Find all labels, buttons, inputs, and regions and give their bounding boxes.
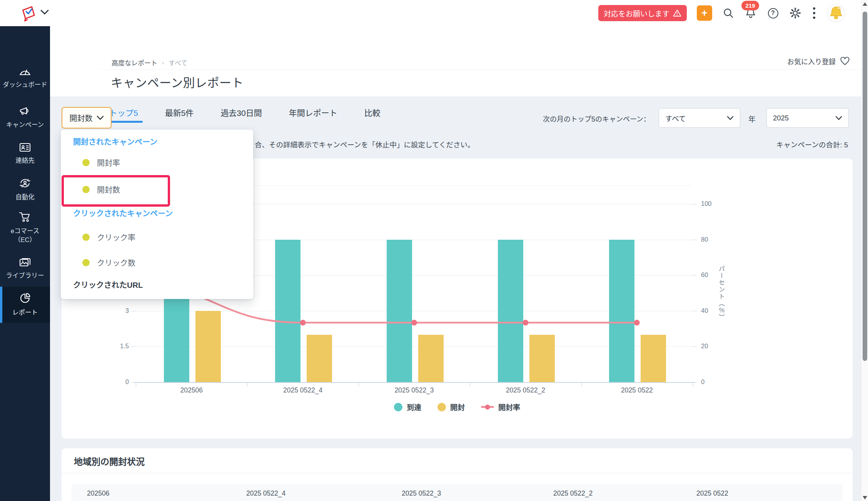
menu-item-label: 開封率 xyxy=(97,157,120,168)
create-new-button[interactable]: + xyxy=(697,5,712,21)
region-table-column-header: 202506 xyxy=(87,489,109,498)
metric-dropdown-menu: 開封されたキャンペーン開封率開封数クリックされたキャンペーンクリック率クリック数… xyxy=(61,130,253,299)
region-open-status-card: 地域別の開封状況 2025062025 0522_42025 0522_3202… xyxy=(62,448,853,501)
menu-item[interactable]: クリック率 xyxy=(82,228,135,246)
metric-filter-button[interactable]: 開封数 xyxy=(62,107,112,129)
breadcrumb-all[interactable]: すべて xyxy=(169,58,187,67)
tab-4[interactable]: 年間レポート xyxy=(287,102,339,122)
metric-dot-icon xyxy=(82,234,90,241)
tab-1[interactable]: トップ5 xyxy=(108,102,140,122)
metric-dot-icon xyxy=(82,186,90,193)
alert-button-label: 対応をお願いします xyxy=(604,8,669,18)
legend-label: 開封率 xyxy=(498,402,520,412)
right-axis-title: パーセント（％） xyxy=(716,266,726,321)
tab-bar: トップ5最新5件過去30日間年間レポート比較 xyxy=(108,102,382,122)
contact-card-icon xyxy=(19,143,31,154)
settings-gear-icon[interactable] xyxy=(789,7,801,19)
region-section-title: 地域別の開封状況 xyxy=(74,454,145,468)
vertical-scrollbar[interactable] xyxy=(861,0,868,501)
legend-item-到達[interactable]: 到達 xyxy=(394,402,421,412)
page-title: キャンペーン別レポート xyxy=(111,73,244,90)
scrollbar-up-arrow-icon[interactable] xyxy=(863,2,867,6)
sidebar-item-label: ライブラリー xyxy=(2,271,48,280)
legend-line-marker-icon xyxy=(481,406,494,408)
notifications-bell-icon[interactable]: 219 xyxy=(744,7,757,19)
metric-dot-icon xyxy=(82,159,90,166)
sidebar-item-reports[interactable]: レポート xyxy=(0,287,50,323)
app-window: 対応をお願いします + 219 ? xyxy=(0,0,868,501)
automation-icon xyxy=(19,178,31,190)
metric-dot-icon xyxy=(82,259,90,266)
sidebar-item-campaigns[interactable]: キャンペーン xyxy=(0,102,50,133)
user-avatar[interactable] xyxy=(827,4,845,22)
sidebar-item-ecommerce[interactable]: eコマース（EC） xyxy=(0,209,50,247)
menu-item-label: クリック率 xyxy=(97,232,135,243)
metric-filter-value: 開封数 xyxy=(70,112,93,124)
chart-legend: 到達開封開封率 xyxy=(62,402,853,412)
menu-section-header: 開封されたキャンペーン xyxy=(73,136,157,147)
menu-item[interactable]: 開封率 xyxy=(82,154,120,171)
legend-marker-icon xyxy=(437,403,446,411)
legend-marker-icon xyxy=(394,403,402,411)
library-icon xyxy=(19,257,31,269)
legend-item-開封[interactable]: 開封 xyxy=(437,402,465,412)
year-select[interactable]: 2025 xyxy=(766,108,849,128)
page-head-section: 高度なレポート › すべて お気に入り登録 キャンペーン別レポート トップ5最新… xyxy=(50,26,868,97)
tab-3[interactable]: 過去30日間 xyxy=(219,102,263,122)
next-month-top5-label: 次の月のトップ5のキャンペーン： xyxy=(543,114,650,124)
sidebar-item-label: ダッシュボード xyxy=(2,80,48,89)
add-favorite-button[interactable]: お気に入り登録 xyxy=(787,56,850,66)
account-chevron-down-icon[interactable] xyxy=(40,9,49,17)
more-options-kebab-icon[interactable] xyxy=(811,7,817,19)
menu-item-label: 開封数 xyxy=(97,184,120,195)
help-icon[interactable]: ? xyxy=(767,7,779,19)
tab-2[interactable]: 最新5件 xyxy=(164,102,195,122)
chevron-down-icon xyxy=(727,116,734,120)
favorite-label: お気に入り登録 xyxy=(787,56,836,66)
heart-icon xyxy=(840,57,850,65)
app-logo-icon[interactable] xyxy=(19,4,37,22)
menu-item-clicked-url[interactable]: クリックされたURL xyxy=(73,279,143,290)
region-table-column-header: 2025 0522_3 xyxy=(402,489,441,498)
sidebar-item-automation[interactable]: 自動化 xyxy=(0,174,50,205)
legend-item-開封率[interactable]: 開封率 xyxy=(481,402,520,412)
search-icon[interactable] xyxy=(722,7,734,19)
tab-5[interactable]: 比較 xyxy=(363,102,382,122)
sidebar-item-label: eコマース（EC） xyxy=(2,227,48,244)
sidebar-item-label: レポート xyxy=(2,308,48,317)
region-table-header-row: 2025062025 0522_42025 0522_32025 0522_22… xyxy=(72,484,843,501)
sidebar-item-label: 連絡先 xyxy=(2,156,48,165)
top-header-bar: 対応をお願いします + 219 ? xyxy=(0,0,868,26)
menu-item-selected[interactable]: 開封数 xyxy=(82,180,120,198)
pie-chart-icon xyxy=(19,292,31,306)
sidebar-item-label: キャンペーン xyxy=(2,120,48,129)
warning-triangle-icon xyxy=(673,9,681,17)
megaphone-icon xyxy=(19,106,31,118)
chevron-down-icon xyxy=(97,115,104,120)
dashboard-icon xyxy=(19,66,31,78)
pause-campaign-notice: 合、その詳細表示でキャンペーンを「休止中」に設定してください。 xyxy=(255,139,474,149)
sidebar-item-library[interactable]: ライブラリー xyxy=(0,253,50,284)
breadcrumb-advanced-reports[interactable]: 高度なレポート xyxy=(112,58,157,67)
notification-count-badge: 219 xyxy=(741,1,759,10)
breadcrumb-divider xyxy=(100,69,868,70)
legend-label: 到達 xyxy=(407,402,421,412)
year-label: 年 xyxy=(748,114,756,124)
campaign-select-value: すべて xyxy=(665,113,686,123)
campaign-total: キャンペーンの合計: 5 xyxy=(776,139,848,149)
region-divider xyxy=(62,473,853,473)
action-required-button[interactable]: 対応をお願いします xyxy=(598,5,687,21)
cart-icon xyxy=(19,212,31,224)
menu-item-label: クリック数 xyxy=(97,257,135,268)
sidebar-item-dashboard[interactable]: ダッシュボード xyxy=(0,58,50,97)
menu-item[interactable]: クリック数 xyxy=(82,254,135,271)
sidebar-item-contacts[interactable]: 連絡先 xyxy=(0,139,50,169)
breadcrumb: 高度なレポート › すべて xyxy=(112,58,187,67)
region-table-column-header: 2025 0522 xyxy=(696,489,728,498)
scrollbar-thumb[interactable] xyxy=(863,12,867,361)
campaign-filter-select[interactable]: すべて xyxy=(659,108,740,128)
menu-section-header: クリックされたキャンペーン xyxy=(73,207,173,219)
scrollbar-down-arrow-icon[interactable] xyxy=(863,496,867,499)
sidebar: ダッシュボードキャンペーン連絡先自動化eコマース（EC）ライブラリーレポート xyxy=(0,26,50,501)
tabs-divider xyxy=(50,97,868,97)
